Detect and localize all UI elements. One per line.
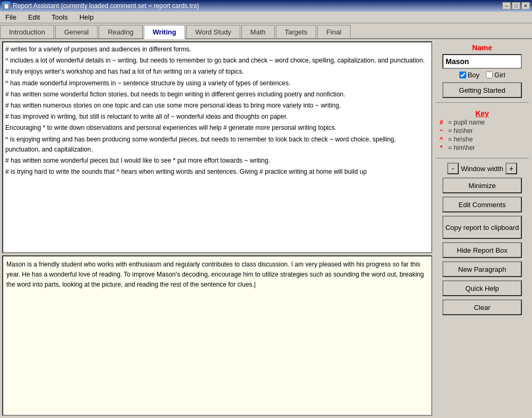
right-panel: Name Boy Girl Getting Started Key # = pu [434, 41, 530, 416]
tab-reading[interactable]: Reading [99, 25, 142, 38]
key-text-2: = he\she [448, 136, 473, 143]
key-item-0: # = pupil name [438, 119, 527, 126]
divider-1 [435, 102, 529, 103]
name-section: Name Boy Girl [435, 43, 529, 79]
window-width-minus-btn[interactable]: - [447, 163, 459, 174]
boy-checkbox[interactable] [459, 72, 466, 78]
key-symbol-3: * [438, 144, 445, 152]
hide-report-button[interactable]: Hide Report Box [442, 242, 522, 258]
boy-label: Boy [468, 71, 479, 79]
key-text-0: = pupil name [448, 119, 485, 126]
boy-option[interactable]: Boy [459, 71, 479, 79]
cursor [254, 281, 256, 288]
key-text-1: = his\her [448, 127, 473, 135]
tab-bar: Introduction General Reading Writing Wor… [0, 23, 532, 39]
girl-checkbox[interactable] [486, 72, 493, 78]
name-input[interactable] [442, 54, 522, 69]
tab-word-study[interactable]: Word Study [186, 25, 240, 38]
title-bar-left: 📋 Report Assistant (currently loaded com… [2, 2, 199, 10]
menu-bar: File Edit Tools Help [0, 12, 532, 23]
tab-introduction[interactable]: Introduction [0, 25, 54, 38]
close-window-btn[interactable]: ✕ [521, 2, 530, 10]
key-text-3: = him\her [448, 144, 475, 152]
minimize-window-btn[interactable]: ─ [502, 2, 511, 10]
comment-0[interactable]: # writes for a variety of purposes and a… [5, 45, 429, 55]
comment-9[interactable]: # has written some wonderful pieces but … [5, 156, 429, 166]
comment-8[interactable]: ^ is enjoying writing and has been produ… [5, 135, 429, 155]
tab-final[interactable]: Final [317, 25, 350, 38]
window-width-plus-btn[interactable]: + [505, 163, 517, 174]
app-icon: 📋 [2, 2, 11, 10]
new-paragraph-button[interactable]: New Paragraph [442, 261, 522, 277]
gender-row: Boy Girl [459, 71, 505, 79]
key-symbol-0: # [438, 119, 445, 126]
key-symbol-2: ^ [438, 136, 445, 143]
window-width-row: - Window width + [435, 163, 529, 174]
tab-writing[interactable]: Writing [144, 25, 186, 39]
comment-10[interactable]: # is trying hard to write the sounds tha… [5, 167, 429, 177]
copy-report-button[interactable]: Copy report to clipboard [442, 216, 522, 239]
key-title: Key [438, 109, 527, 118]
comment-2[interactable]: # truly enjoys writer's workshop and has… [5, 67, 429, 77]
getting-started-button[interactable]: Getting Started [442, 82, 522, 98]
title-bar-text: Report Assistant (currently loaded comme… [13, 2, 199, 10]
maximize-window-btn[interactable]: □ [512, 2, 520, 10]
comment-1[interactable]: ^ includes a lot of wonderful details in… [5, 56, 429, 66]
title-bar-controls: ─ □ ✕ [502, 2, 530, 10]
name-label: Name [472, 43, 492, 52]
comment-6[interactable]: # has improved in writing, but still is … [5, 112, 429, 122]
left-panel: # writes for a variety of purposes and a… [2, 41, 432, 416]
comment-list[interactable]: # writes for a variety of purposes and a… [2, 41, 432, 253]
comment-3[interactable]: ^ has made wonderful improvements in ~ s… [5, 78, 429, 88]
minimize-button[interactable]: Minimize [442, 177, 522, 193]
quick-help-button[interactable]: Quick Help [442, 280, 522, 296]
girl-label: Girl [494, 71, 505, 79]
window-width-label: Window width [461, 165, 503, 173]
key-item-1: ~ = his\her [438, 127, 527, 135]
tab-general[interactable]: General [55, 25, 98, 38]
comment-5[interactable]: # has written numerous stories on one to… [5, 101, 429, 111]
report-box[interactable]: Mason is a friendly student who works wi… [2, 255, 432, 416]
menu-edit[interactable]: Edit [25, 12, 43, 22]
key-symbol-1: ~ [438, 127, 445, 135]
comment-4[interactable]: # has written some wonderful fiction sto… [5, 90, 429, 100]
girl-option[interactable]: Girl [486, 71, 505, 79]
menu-help[interactable]: Help [76, 12, 97, 22]
tab-targets[interactable]: Targets [276, 25, 317, 38]
clear-button[interactable]: Clear [442, 299, 522, 315]
comment-7[interactable]: Encouraging * to write down observations… [5, 123, 429, 133]
divider-2 [435, 158, 529, 158]
key-section: Key # = pupil name ~ = his\her ^ = he\sh… [435, 107, 529, 154]
menu-tools[interactable]: Tools [48, 12, 71, 22]
report-text: Mason is a friendly student who works wi… [6, 261, 424, 288]
tab-math[interactable]: Math [241, 25, 275, 38]
key-item-3: * = him\her [438, 144, 527, 152]
title-bar: 📋 Report Assistant (currently loaded com… [0, 0, 532, 12]
key-item-2: ^ = he\she [438, 136, 527, 143]
menu-file[interactable]: File [2, 12, 20, 22]
main-content: # writes for a variety of purposes and a… [0, 39, 532, 418]
edit-comments-button[interactable]: Edit Comments [442, 197, 522, 212]
